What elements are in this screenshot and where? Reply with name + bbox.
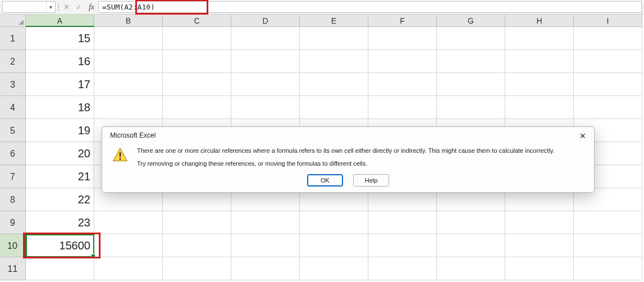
cell-I4[interactable] [574, 96, 642, 119]
column-header-G[interactable]: G [437, 15, 505, 27]
column-header-F[interactable]: F [368, 15, 437, 27]
cell-D3[interactable] [231, 73, 300, 96]
cell-A1[interactable]: 15 [26, 27, 94, 50]
cancel-formula-icon[interactable]: ✕ [60, 0, 72, 14]
cell-B3[interactable] [94, 73, 163, 96]
cell-E1[interactable] [300, 27, 368, 50]
select-all-cell[interactable] [0, 15, 26, 27]
cell-E4[interactable] [300, 96, 368, 119]
cell-B10[interactable] [94, 234, 163, 257]
row-header-4[interactable]: 4 [0, 96, 26, 119]
cell-F4[interactable] [368, 96, 437, 119]
cell-G11[interactable] [437, 257, 505, 280]
cell-G10[interactable] [437, 234, 505, 257]
row-header-5[interactable]: 5 [0, 119, 26, 142]
cell-A6[interactable]: 20 [26, 142, 94, 165]
cell-H11[interactable] [505, 257, 574, 280]
cell-E11[interactable] [300, 257, 368, 280]
cell-G1[interactable] [437, 27, 505, 50]
cell-E9[interactable] [300, 211, 368, 234]
cell-G3[interactable] [437, 73, 505, 96]
cell-E3[interactable] [300, 73, 368, 96]
close-icon[interactable]: ✕ [577, 130, 588, 142]
cell-F10[interactable] [368, 234, 437, 257]
cell-E2[interactable] [300, 50, 368, 73]
name-box[interactable]: ▾ [2, 1, 56, 13]
help-button[interactable]: Help [353, 174, 389, 187]
row-header-9[interactable]: 9 [0, 211, 26, 234]
cell-H3[interactable] [505, 73, 574, 96]
cell-C2[interactable] [163, 50, 231, 73]
cell-C11[interactable] [163, 257, 231, 280]
cell-I11[interactable] [574, 257, 642, 280]
dialog-buttons: OK Help [102, 174, 594, 187]
cell-G9[interactable] [437, 211, 505, 234]
cell-A8[interactable]: 22 [26, 188, 94, 211]
cell-B4[interactable] [94, 96, 163, 119]
cell-C1[interactable] [163, 27, 231, 50]
cell-A4[interactable]: 18 [26, 96, 94, 119]
cell-A5[interactable]: 19 [26, 119, 94, 142]
cell-H1[interactable] [505, 27, 574, 50]
column-header-H[interactable]: H [505, 15, 574, 27]
cell-F1[interactable] [368, 27, 437, 50]
cell-B9[interactable] [94, 211, 163, 234]
cell-D11[interactable] [231, 257, 300, 280]
cell-D1[interactable] [231, 27, 300, 50]
cell-B11[interactable] [94, 257, 163, 280]
cell-C4[interactable] [163, 96, 231, 119]
cell-E10[interactable] [300, 234, 368, 257]
cell-H10[interactable] [505, 234, 574, 257]
cell-D10[interactable] [231, 234, 300, 257]
cell-B2[interactable] [94, 50, 163, 73]
cell-I9[interactable] [574, 211, 642, 234]
cell-G4[interactable] [437, 96, 505, 119]
row-header-10[interactable]: 10 [0, 234, 26, 257]
cell-B1[interactable] [94, 27, 163, 50]
confirm-formula-icon[interactable]: ✓ [72, 0, 85, 14]
column-header-C[interactable]: C [163, 15, 231, 27]
cell-A7[interactable]: 21 [26, 165, 94, 188]
cell-F11[interactable] [368, 257, 437, 280]
cell-D4[interactable] [231, 96, 300, 119]
cell-A2[interactable]: 16 [26, 50, 94, 73]
row-header-3[interactable]: 3 [0, 73, 26, 96]
row-header-11[interactable]: 11 [0, 257, 26, 280]
cell-A9[interactable]: 23 [26, 211, 94, 234]
column-header-A[interactable]: A [26, 15, 94, 27]
cell-C10[interactable] [163, 234, 231, 257]
cell-I1[interactable] [574, 27, 642, 50]
fx-icon[interactable]: fx [85, 0, 98, 14]
cell-F3[interactable] [368, 73, 437, 96]
cell-A3[interactable]: 17 [26, 73, 94, 96]
name-box-dropdown-icon[interactable]: ▾ [46, 2, 55, 13]
cell-H2[interactable] [505, 50, 574, 73]
cell-H4[interactable] [505, 96, 574, 119]
cell-F9[interactable] [368, 211, 437, 234]
ok-button[interactable]: OK [307, 174, 343, 187]
cell-C3[interactable] [163, 73, 231, 96]
cell-I2[interactable] [574, 50, 642, 73]
cell-F2[interactable] [368, 50, 437, 73]
cell-G2[interactable] [437, 50, 505, 73]
column-header-I[interactable]: I [574, 15, 642, 27]
row-4: 18 [26, 96, 644, 119]
cell-C9[interactable] [163, 211, 231, 234]
row-header-2[interactable]: 2 [0, 50, 26, 73]
row-header-6[interactable]: 6 [0, 142, 26, 165]
cell-D2[interactable] [231, 50, 300, 73]
row-10: 15600 [26, 234, 644, 257]
cell-H9[interactable] [505, 211, 574, 234]
cell-I10[interactable] [574, 234, 642, 257]
cell-A11[interactable] [26, 257, 94, 280]
column-header-D[interactable]: D [231, 15, 300, 27]
row-header-1[interactable]: 1 [0, 27, 26, 50]
row-header-7[interactable]: 7 [0, 165, 26, 188]
cell-I3[interactable] [574, 73, 642, 96]
column-header-B[interactable]: B [94, 15, 163, 27]
cell-A10[interactable]: 15600 [26, 234, 94, 257]
formula-input[interactable]: =SUM(A2:A10) [98, 1, 642, 13]
row-header-8[interactable]: 8 [0, 188, 26, 211]
cell-D9[interactable] [231, 211, 300, 234]
column-header-E[interactable]: E [300, 15, 368, 27]
